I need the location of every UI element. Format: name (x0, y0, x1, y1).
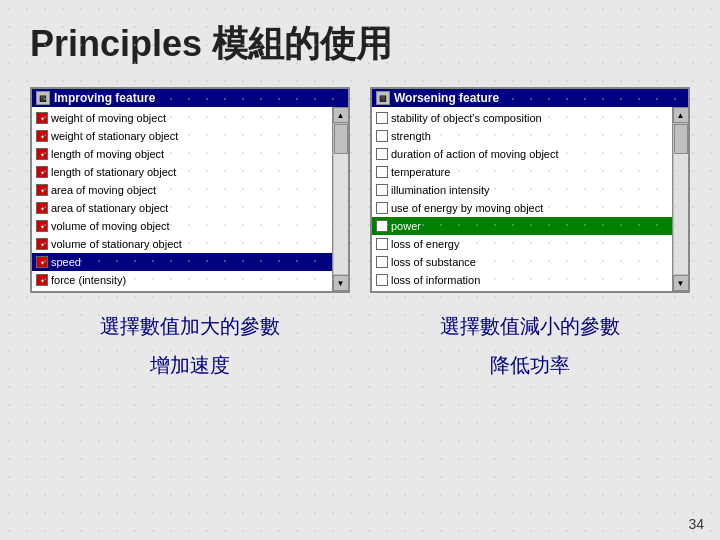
improving-panel-title: Improving feature (54, 91, 155, 105)
list-item-label: duration of action of moving object (391, 148, 559, 160)
list-item-label: volume of stationary object (51, 238, 182, 250)
list-item-label: area of moving object (51, 184, 156, 196)
list-item-icon: ✦ (36, 220, 48, 232)
bottom-labels: 選擇數值加大的參數 增加速度 選擇數值減小的參數 降低功率 (30, 313, 690, 379)
list-item-checkbox (376, 112, 388, 124)
list-item-checkbox (376, 184, 388, 196)
list-item-checkbox (376, 256, 388, 268)
improving-list-item[interactable]: ✦volume of moving object (32, 217, 332, 235)
improving-list-item[interactable]: ✦weight of stationary object (32, 127, 332, 145)
improving-list-item[interactable]: ✦area of stationary object (32, 199, 332, 217)
improving-sublabel: 增加速度 (150, 352, 230, 379)
worsening-panel-title: Worsening feature (394, 91, 499, 105)
list-item-label: stability of object's composition (391, 112, 542, 124)
list-item-label: length of stationary object (51, 166, 176, 178)
list-item-label: volume of moving object (51, 220, 170, 232)
list-item-icon: ✦ (36, 130, 48, 142)
list-item-label: force (intensity) (51, 274, 126, 286)
worsening-list-item[interactable]: strength (372, 127, 672, 145)
page-number: 34 (688, 516, 704, 532)
list-item-icon: ✦ (36, 148, 48, 160)
list-item-icon: ✦ (36, 256, 48, 268)
list-item-label: area of stationary object (51, 202, 168, 214)
list-item-label: loss of substance (391, 256, 476, 268)
worsening-list-container: stability of object's compositionstrengt… (372, 107, 688, 291)
list-item-label: loss of energy (391, 238, 459, 250)
improving-list-item[interactable]: ✦speed (32, 253, 332, 271)
list-item-checkbox (376, 130, 388, 142)
improving-header-icon: ▤ (36, 91, 50, 105)
worsening-sublabel: 降低功率 (490, 352, 570, 379)
improving-list-item[interactable]: ✦length of moving object (32, 145, 332, 163)
improving-scroll-down[interactable]: ▼ (333, 275, 349, 291)
improving-list-item[interactable]: ✦volume of stationary object (32, 235, 332, 253)
improving-list-item[interactable]: ✦length of stationary object (32, 163, 332, 181)
list-item-label: weight of stationary object (51, 130, 178, 142)
improving-scrollbar[interactable]: ▲ ▼ (332, 107, 348, 291)
list-item-label: use of energy by moving object (391, 202, 543, 214)
list-item-icon: ✦ (36, 184, 48, 196)
worsening-list-item[interactable]: power (372, 217, 672, 235)
list-item-icon: ✦ (36, 166, 48, 178)
worsening-panel-header: ▤ Worsening feature (372, 89, 688, 107)
worsening-panel: ▤ Worsening feature stability of object'… (370, 87, 690, 293)
worsening-scrollbar[interactable]: ▲ ▼ (672, 107, 688, 291)
list-item-icon: ✦ (36, 112, 48, 124)
worsening-list-item[interactable]: loss of substance (372, 253, 672, 271)
worsening-header-icon: ▤ (376, 91, 390, 105)
list-item-label: speed (51, 256, 81, 268)
list-item-label: illumination intensity (391, 184, 489, 196)
improving-scroll-track (334, 124, 348, 274)
worsening-scroll-down[interactable]: ▼ (673, 275, 689, 291)
improving-list[interactable]: ✦weight of moving object✦weight of stati… (32, 107, 332, 291)
list-item-label: temperature (391, 166, 450, 178)
worsening-label: 選擇數值減小的參數 (440, 313, 620, 340)
list-item-label: length of moving object (51, 148, 164, 160)
improving-list-item[interactable]: ✦area of moving object (32, 181, 332, 199)
worsening-list-item[interactable]: temperature (372, 163, 672, 181)
worsening-scroll-track (674, 124, 688, 274)
improving-list-container: ✦weight of moving object✦weight of stati… (32, 107, 348, 291)
list-item-checkbox (376, 202, 388, 214)
list-item-label: strength (391, 130, 431, 142)
worsening-list-item[interactable]: loss of energy (372, 235, 672, 253)
improving-scroll-up[interactable]: ▲ (333, 107, 349, 123)
list-item-icon: ✦ (36, 274, 48, 286)
worsening-scroll-up[interactable]: ▲ (673, 107, 689, 123)
page-title: Principles 模組的使用 (30, 20, 690, 69)
list-item-checkbox (376, 220, 388, 232)
improving-list-item[interactable]: ✦weight of moving object (32, 109, 332, 127)
worsening-list-item[interactable]: stability of object's composition (372, 109, 672, 127)
list-item-checkbox (376, 148, 388, 160)
worsening-list-item[interactable]: loss of information (372, 271, 672, 289)
list-item-label: loss of information (391, 274, 480, 286)
list-item-icon: ✦ (36, 202, 48, 214)
worsening-list[interactable]: stability of object's compositionstrengt… (372, 107, 672, 291)
list-item-label: power (391, 220, 421, 232)
improving-scroll-thumb[interactable] (334, 124, 348, 154)
list-item-checkbox (376, 166, 388, 178)
bottom-right-section: 選擇數值減小的參數 降低功率 (370, 313, 690, 379)
list-item-checkbox (376, 238, 388, 250)
improving-list-item[interactable]: ✦force (intensity) (32, 271, 332, 289)
worsening-list-item[interactable]: use of energy by moving object (372, 199, 672, 217)
worsening-list-item[interactable]: illumination intensity (372, 181, 672, 199)
improving-label: 選擇數值加大的參數 (100, 313, 280, 340)
list-item-icon: ✦ (36, 238, 48, 250)
bottom-left-section: 選擇數值加大的參數 增加速度 (30, 313, 350, 379)
panels-container: ▤ Improving feature ✦weight of moving ob… (30, 87, 690, 293)
worsening-scroll-thumb[interactable] (674, 124, 688, 154)
worsening-list-item[interactable]: duration of action of moving object (372, 145, 672, 163)
list-item-label: weight of moving object (51, 112, 166, 124)
improving-panel-header: ▤ Improving feature (32, 89, 348, 107)
list-item-checkbox (376, 274, 388, 286)
improving-panel: ▤ Improving feature ✦weight of moving ob… (30, 87, 350, 293)
